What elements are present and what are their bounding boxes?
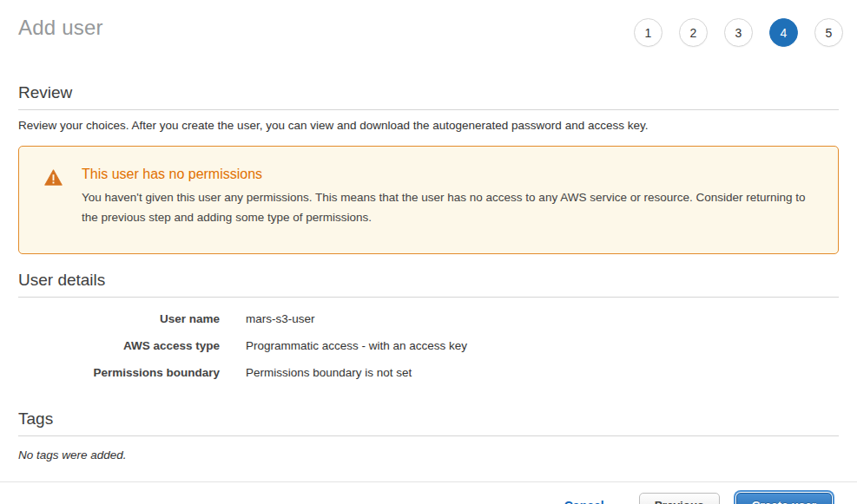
no-permissions-warning-banner: This user has no permissions You haven't… [18, 146, 839, 254]
detail-row-user-name: User name mars-s3-user [18, 311, 839, 327]
detail-row-access-type: AWS access type Programmatic access - wi… [18, 338, 839, 354]
step-indicator-3: 3 [724, 18, 753, 47]
detail-label: AWS access type [18, 338, 220, 354]
page-title: Add user [18, 12, 103, 40]
previous-button[interactable]: Previous [639, 493, 720, 504]
tags-heading: Tags [18, 409, 839, 436]
warning-title: This user has no permissions [82, 167, 814, 182]
detail-row-permissions-boundary: Permissions boundary Permissions boundar… [18, 365, 839, 381]
user-details-section: User details User name mars-s3-user AWS … [18, 271, 839, 381]
review-section: Review Review your choices. After you cr… [18, 83, 839, 132]
warning-body: You haven't given this user any permissi… [82, 188, 814, 227]
wizard-header: Add user 1 2 3 4 5 [0, 0, 857, 47]
step-indicator-5: 5 [814, 18, 843, 47]
tags-section: Tags No tags were added. [18, 409, 839, 461]
detail-label: Permissions boundary [18, 365, 220, 381]
warning-text-block: This user has no permissions You haven't… [82, 167, 814, 227]
detail-value: Programmatic access - with an access key [246, 338, 467, 354]
warning-triangle-icon [44, 169, 63, 186]
review-heading: Review [18, 83, 839, 110]
step-indicator-1: 1 [634, 18, 663, 47]
add-user-wizard-page: Add user 1 2 3 4 5 Review Review your ch… [0, 0, 857, 504]
review-description: Review your choices. After you create th… [18, 119, 839, 132]
step-indicator-4: 4 [769, 18, 798, 47]
wizard-step-indicators: 1 2 3 4 5 [634, 18, 843, 47]
wizard-footer: Cancel Previous Create user [0, 482, 857, 504]
user-details-heading: User details [18, 271, 839, 298]
tags-empty-text: No tags were added. [18, 448, 839, 461]
detail-label: User name [18, 311, 220, 327]
step-indicator-2: 2 [679, 18, 708, 47]
user-details-rows: User name mars-s3-user AWS access type P… [18, 311, 839, 381]
detail-value: mars-s3-user [246, 311, 315, 327]
cancel-link[interactable]: Cancel [564, 499, 604, 504]
detail-value: Permissions boundary is not set [246, 365, 412, 381]
create-user-button[interactable]: Create user [736, 493, 832, 504]
